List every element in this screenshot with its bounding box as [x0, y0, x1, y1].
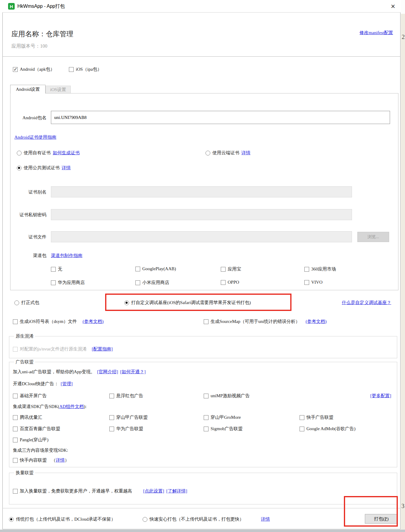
checkbox-icon[interactable]: [13, 394, 18, 398]
own-cert-radio[interactable]: 使用自有证书 如何生成证书: [17, 150, 80, 156]
channel-guide-link[interactable]: 渠道包制作指南: [51, 253, 82, 259]
checkbox-checked-icon[interactable]: [13, 67, 18, 72]
sdk-kuaishou-checkbox[interactable]: 快手广告联盟: [300, 415, 333, 420]
ad-component-doc-link[interactable]: AD组件文档: [59, 404, 84, 409]
channel-none[interactable]: 无: [51, 266, 62, 272]
checkbox-icon[interactable]: [135, 280, 140, 285]
checkbox-icon[interactable]: [109, 427, 114, 431]
checkbox-icon[interactable]: [69, 67, 74, 72]
radio-selected-icon[interactable]: [9, 517, 14, 522]
cert-password-label: 证书私钥密码: [10, 212, 46, 218]
checkbox-icon[interactable]: [13, 458, 18, 463]
checkbox-icon[interactable]: [13, 489, 18, 494]
checkbox-icon[interactable]: [13, 427, 18, 431]
exchange-setup-link[interactable]: [点此设置]: [143, 488, 164, 494]
fast-pack-radio[interactable]: 快速安心打包（不上传代码及证书，打包更快） 详情: [143, 516, 270, 522]
what-is-debug-base-link[interactable]: 什么是自定义调试基座？: [342, 300, 391, 306]
sdk-gromore-checkbox[interactable]: 穿山甲GroMore: [204, 415, 241, 420]
radio-icon[interactable]: [14, 300, 19, 305]
checkbox-icon[interactable]: [135, 267, 140, 271]
package-button[interactable]: 打包(P): [365, 514, 398, 524]
radio-selected-icon[interactable]: [124, 300, 129, 305]
ad-float-checkbox[interactable]: 悬浮红包广告: [109, 393, 143, 399]
package-button-text: 打包(: [374, 516, 385, 522]
sdk-option-label: 穿山甲GroMore: [211, 415, 241, 420]
channel-360[interactable]: 360应用市场: [304, 266, 336, 272]
checkbox-icon[interactable]: [204, 394, 208, 398]
sourcemap-checkbox[interactable]: 生成SourceMap（可用于uni统计的错误分析） (参考文档): [204, 319, 327, 324]
edit-manifest-link[interactable]: 修改manifest配置: [359, 30, 393, 36]
ad-splash-checkbox[interactable]: 基础开屏广告: [13, 393, 47, 399]
cloud-cert-detail-link[interactable]: 详情: [241, 150, 250, 156]
checkbox-icon[interactable]: [304, 280, 309, 285]
android-apk-checkbox[interactable]: Android（apk包）: [13, 66, 55, 72]
sourcemap-doc-link[interactable]: (参考文档): [306, 319, 327, 324]
debug-base-radio[interactable]: 打自定义调试基座(iOS的Safari调试需要用苹果开发证书打包): [124, 300, 251, 306]
channel-oppo[interactable]: OPPO: [221, 280, 239, 285]
ad-option-label: uniMP激励视频广告: [211, 393, 250, 399]
sdk-pangle-union-checkbox[interactable]: 穿山甲广告联盟: [109, 415, 148, 420]
checkbox-icon[interactable]: [13, 438, 18, 442]
channel-label-text: GooglePlay(AAB): [142, 266, 176, 271]
radio-selected-icon[interactable]: [17, 166, 22, 170]
ad-howto-link[interactable]: [如何开通？]: [120, 369, 146, 375]
channel-huawei[interactable]: 华为应用商店: [51, 280, 85, 285]
how-generate-cert-link[interactable]: 如何生成证书: [53, 150, 80, 156]
checkbox-icon[interactable]: [300, 415, 304, 420]
checkbox-icon[interactable]: [13, 319, 18, 324]
checkbox-icon[interactable]: [51, 267, 56, 272]
cert-guide-link[interactable]: Android证书使用指南: [14, 134, 56, 140]
obfuscation-guide-link[interactable]: [配置指南]: [92, 346, 113, 352]
sdk-tencent-checkbox[interactable]: 腾讯优量汇: [13, 415, 42, 420]
tab-ios-settings[interactable]: iOS设置: [46, 86, 71, 93]
sdk-baidu-checkbox[interactable]: 百度百青藤广告联盟: [13, 426, 60, 432]
close-icon[interactable]: ✕: [389, 2, 397, 10]
checkbox-icon[interactable]: [204, 427, 208, 431]
radio-icon[interactable]: [143, 517, 147, 522]
sdk-huawei-checkbox[interactable]: 华为广告联盟: [109, 426, 143, 432]
sdk-admob-checkbox[interactable]: Google AdMob(谷歌广告): [300, 426, 356, 432]
ad-official-link[interactable]: [官网介绍]: [97, 369, 118, 375]
channel-googleplay[interactable]: GooglePlay(AAB): [135, 266, 176, 271]
channel-yingyongbao[interactable]: 应用宝: [221, 266, 241, 272]
cloud-cert-radio[interactable]: 使用云端证书 详情: [205, 150, 250, 156]
checkbox-icon[interactable]: [51, 280, 56, 285]
checkbox-icon[interactable]: [109, 394, 114, 398]
dcloud-manage-link[interactable]: [管理]: [61, 381, 73, 387]
dsym-checkbox[interactable]: 生成iOS符号表（dsym）文件 (参考文档): [13, 319, 104, 324]
content-sdk-label: 集成三方内容场景变现SDK:: [13, 448, 68, 453]
ks-paren-open: （: [51, 457, 56, 463]
package-name-input[interactable]: [51, 111, 390, 124]
ks-content-detail-link[interactable]: 详情: [56, 457, 65, 463]
ios-ipa-checkbox[interactable]: iOS（ipa包）: [69, 66, 102, 72]
background-bottom-strip: [0, 530, 405, 532]
radio-icon[interactable]: [205, 151, 210, 155]
channel-xiaomi[interactable]: 小米应用商店: [135, 280, 169, 285]
checkbox-icon[interactable]: [13, 415, 18, 420]
public-cert-detail-link[interactable]: 详情: [62, 165, 71, 171]
ks-content-checkbox[interactable]: 快手内容联盟 （详情）: [13, 457, 69, 463]
channel-label: 渠道包: [33, 253, 46, 259]
pack-detail-link[interactable]: 详情: [261, 516, 270, 522]
exchange-union-checkbox[interactable]: 加入换量联盟，免费获取更多用户，开通越早，权重越高 [点此设置] [了解详情]: [13, 488, 187, 494]
public-cert-radio[interactable]: 使用公共测试证书 详情: [17, 165, 71, 171]
checkbox-icon[interactable]: [204, 319, 208, 324]
channel-vivo[interactable]: VIVO: [304, 280, 323, 285]
window-title: HkWmsApp - App打包: [17, 3, 65, 10]
sdk-pangle-checkbox[interactable]: Pangle(穿山甲): [13, 437, 49, 443]
checkbox-icon[interactable]: [109, 415, 114, 420]
checkbox-icon[interactable]: [204, 415, 208, 420]
checkbox-icon[interactable]: [304, 267, 309, 272]
checkbox-icon[interactable]: [300, 427, 304, 431]
tab-android-settings[interactable]: Android设置: [10, 85, 46, 93]
more-config-link[interactable]: [更多配置]: [370, 393, 391, 399]
ad-unimp-checkbox[interactable]: uniMP激励视频广告: [204, 393, 250, 399]
dsym-doc-link[interactable]: (参考文档): [83, 319, 104, 324]
exchange-detail-link[interactable]: [了解详情]: [166, 488, 187, 494]
checkbox-icon[interactable]: [221, 267, 226, 272]
radio-icon[interactable]: [17, 151, 22, 155]
release-build-radio[interactable]: 打正式包: [14, 300, 39, 306]
checkbox-icon[interactable]: [221, 280, 226, 285]
traditional-pack-radio[interactable]: 传统打包（上传代码及证书，DCloud承诺不保留）: [9, 516, 116, 522]
sdk-sigmob-checkbox[interactable]: Sigmob广告联盟: [204, 426, 243, 432]
